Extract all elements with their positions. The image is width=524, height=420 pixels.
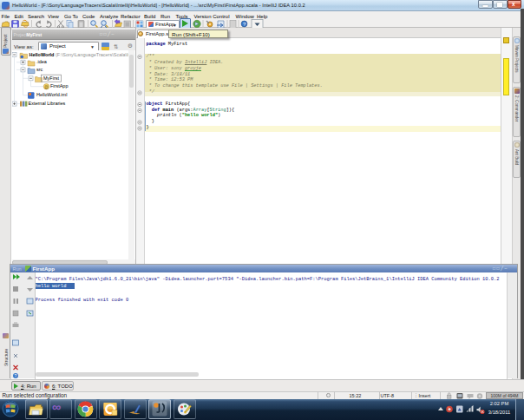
svg-text:@: @: [44, 85, 49, 89]
svg-text:?: ?: [15, 373, 17, 378]
